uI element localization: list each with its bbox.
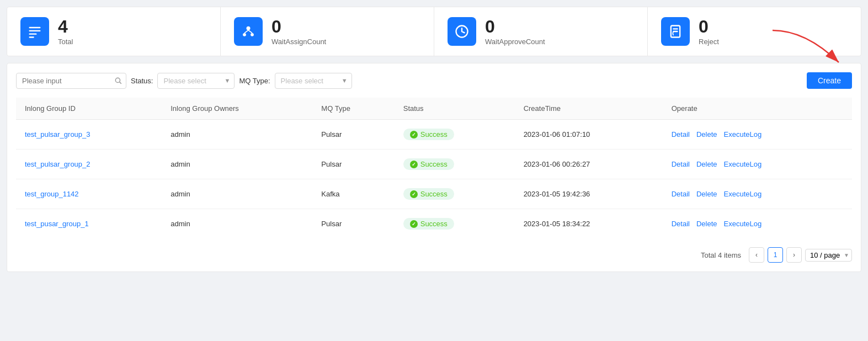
- cell-group-id: test_pusar_group_1: [16, 209, 162, 239]
- status-select-wrap: Please select Success Failed Waiting ▼: [157, 73, 235, 89]
- assign-icon: [234, 17, 263, 46]
- op-link-executelog[interactable]: ExecuteLog: [724, 220, 762, 228]
- col-owners: Inlong Group Owners: [162, 98, 312, 120]
- stat-total: 4 Total: [7, 7, 221, 56]
- stat-wait-assign: 0 WaitAssignCount: [221, 7, 434, 56]
- svg-line-13: [120, 82, 121, 84]
- op-link-executelog[interactable]: ExecuteLog: [724, 190, 762, 198]
- page-size-wrap: 10 / page 20 / page 50 / page ▼: [805, 249, 852, 262]
- group-id-link[interactable]: test_pulsar_group_2: [25, 160, 90, 168]
- cell-status: Success: [395, 150, 515, 179]
- mqtype-select[interactable]: Please select Pulsar Kafka: [275, 73, 352, 89]
- wait-approve-number: 0: [485, 18, 545, 35]
- toolbar: Status: Please select Success Failed Wai…: [16, 72, 852, 89]
- op-link-delete[interactable]: Delete: [696, 220, 717, 228]
- col-mqtype: MQ Type: [312, 98, 394, 120]
- col-group-id: Inlong Group ID: [16, 98, 162, 120]
- cell-status: Success: [395, 179, 515, 209]
- stats-bar: 4 Total 0 WaitAssignCount 0 WaitApproveC…: [7, 7, 861, 56]
- operate-links: DetailDeleteExecuteLog: [672, 220, 843, 228]
- page-size-select[interactable]: 10 / page 20 / page 50 / page: [805, 249, 852, 262]
- status-dot: [410, 190, 418, 198]
- stat-reject: 0 Reject: [648, 7, 861, 56]
- svg-rect-1: [29, 30, 41, 31]
- total-icon: [20, 17, 49, 46]
- stat-wait-approve: 0 WaitApproveCount: [434, 7, 648, 56]
- cell-mqtype: Pulsar: [312, 120, 394, 150]
- svg-line-7: [244, 30, 248, 33]
- table-body: test_pulsar_group_3adminPulsar Success20…: [16, 120, 852, 239]
- cell-owners: admin: [162, 209, 312, 239]
- op-link-executelog[interactable]: ExecuteLog: [724, 160, 762, 168]
- op-link-delete[interactable]: Delete: [696, 160, 717, 168]
- cell-operate: DetailDeleteExecuteLog: [663, 120, 852, 150]
- status-label: Status:: [131, 77, 153, 85]
- cell-mqtype: Pulsar: [312, 209, 394, 239]
- create-button[interactable]: Create: [807, 72, 852, 89]
- cell-operate: DetailDeleteExecuteLog: [663, 209, 852, 239]
- cell-status: Success: [395, 120, 515, 150]
- cell-createtime: 2023-01-05 18:34:22: [515, 209, 663, 239]
- pagination-page-1[interactable]: 1: [768, 247, 783, 263]
- operate-links: DetailDeleteExecuteLog: [672, 160, 843, 168]
- status-badge: Success: [403, 188, 454, 200]
- cell-group-id: test_group_1142: [16, 179, 162, 209]
- status-dot: [410, 131, 418, 138]
- op-link-executelog[interactable]: ExecuteLog: [724, 130, 762, 138]
- pagination: Total 4 items ‹ 1 › 10 / page 20 / page …: [16, 247, 852, 263]
- total-number: 4: [58, 18, 73, 35]
- svg-point-5: [243, 33, 246, 36]
- reject-number: 0: [699, 18, 719, 35]
- svg-rect-0: [29, 27, 41, 28]
- col-status: Status: [395, 98, 515, 120]
- op-link-detail[interactable]: Detail: [672, 130, 690, 138]
- status-dot: [410, 220, 418, 228]
- search-wrap: [16, 73, 126, 89]
- pagination-prev[interactable]: ‹: [749, 247, 764, 263]
- op-link-delete[interactable]: Delete: [696, 130, 717, 138]
- cell-mqtype: Pulsar: [312, 150, 394, 179]
- svg-point-12: [115, 78, 120, 82]
- cell-owners: admin: [162, 150, 312, 179]
- main-panel: Status: Please select Success Failed Wai…: [7, 63, 861, 272]
- svg-rect-3: [29, 36, 34, 38]
- col-operate: Operate: [663, 98, 852, 120]
- cell-owners: admin: [162, 179, 312, 209]
- cell-operate: DetailDeleteExecuteLog: [663, 150, 852, 179]
- total-label: Total: [58, 38, 73, 46]
- group-id-link[interactable]: test_pusar_group_1: [25, 220, 89, 228]
- svg-point-4: [247, 26, 251, 30]
- cell-group-id: test_pulsar_group_3: [16, 120, 162, 150]
- op-link-detail[interactable]: Detail: [672, 220, 690, 228]
- table-row: test_pusar_group_1adminPulsar Success202…: [16, 209, 852, 239]
- mqtype-select-wrap: Please select Pulsar Kafka ▼: [275, 73, 352, 89]
- cell-mqtype: Kafka: [312, 179, 394, 209]
- cell-createtime: 2023-01-05 19:42:36: [515, 179, 663, 209]
- group-id-link[interactable]: test_group_1142: [25, 190, 79, 198]
- mqtype-label: MQ Type:: [239, 77, 270, 85]
- search-button[interactable]: [114, 77, 122, 84]
- op-link-detail[interactable]: Detail: [672, 160, 690, 168]
- op-link-detail[interactable]: Detail: [672, 190, 690, 198]
- table-header: Inlong Group ID Inlong Group Owners MQ T…: [16, 98, 852, 120]
- group-id-link[interactable]: test_pulsar_group_3: [25, 130, 90, 138]
- search-input[interactable]: [16, 73, 126, 89]
- op-link-delete[interactable]: Delete: [696, 190, 717, 198]
- reject-label: Reject: [699, 38, 719, 46]
- svg-point-6: [251, 33, 254, 36]
- svg-rect-2: [29, 34, 37, 35]
- status-select[interactable]: Please select Success Failed Waiting: [157, 73, 235, 89]
- wait-assign-number: 0: [271, 18, 326, 35]
- cell-group-id: test_pulsar_group_2: [16, 150, 162, 179]
- reject-icon: [661, 17, 690, 46]
- pagination-next[interactable]: ›: [786, 247, 802, 263]
- operate-links: DetailDeleteExecuteLog: [672, 130, 843, 138]
- wait-approve-label: WaitApproveCount: [485, 38, 545, 46]
- wait-assign-label: WaitAssignCount: [271, 38, 326, 46]
- table-row: test_pulsar_group_3adminPulsar Success20…: [16, 120, 852, 150]
- pagination-total: Total 4 items: [701, 251, 741, 259]
- table-row: test_pulsar_group_2adminPulsar Success20…: [16, 150, 852, 179]
- status-badge: Success: [403, 158, 454, 170]
- cell-createtime: 2023-01-06 01:07:10: [515, 120, 663, 150]
- operate-links: DetailDeleteExecuteLog: [672, 190, 843, 198]
